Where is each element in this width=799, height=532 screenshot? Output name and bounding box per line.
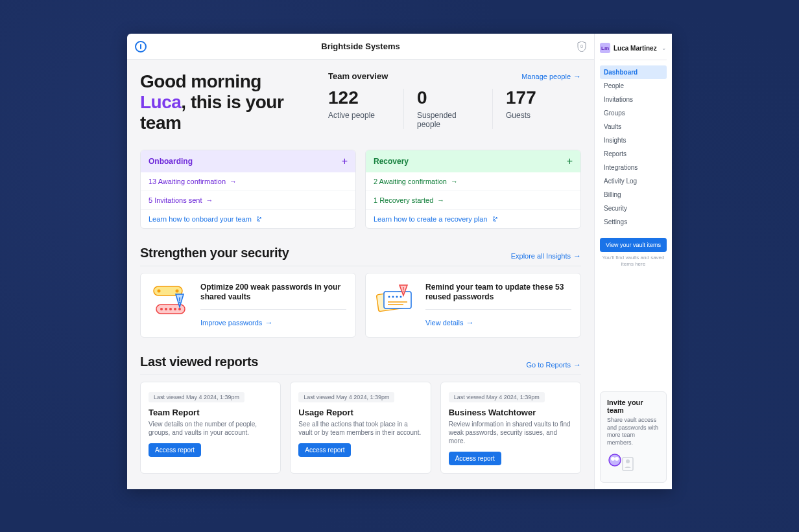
chevron-down-icon: ⌄ bbox=[662, 45, 667, 51]
invite-team-icon bbox=[607, 452, 636, 473]
greeting-line1: Good morning bbox=[140, 71, 261, 91]
report-card-watchtower: Last viewed May 4 2024, 1:39pm Business … bbox=[440, 382, 581, 474]
report-desc: View details on the number of people, gr… bbox=[149, 420, 272, 437]
arrow-right-icon: → bbox=[265, 318, 272, 327]
invite-desc: Share vault access and passwords with mo… bbox=[607, 417, 660, 447]
svg-text:!: ! bbox=[402, 286, 404, 294]
sidebar-item-people[interactable]: People bbox=[600, 79, 667, 93]
insight-card-reused-passwords: ! Remind your team to update these 53 re… bbox=[365, 273, 581, 338]
svg-point-5 bbox=[160, 308, 163, 310]
sidebar-item-vaults[interactable]: Vaults bbox=[600, 120, 667, 133]
svg-point-2 bbox=[158, 289, 161, 292]
page-greeting: Good morning Luca, this is your team bbox=[140, 71, 309, 134]
invite-team-card: Invite your team Share vault access and … bbox=[600, 391, 667, 483]
vault-hint: You'll find vaults and saved items here bbox=[600, 255, 667, 267]
reports-section-title: Last viewed reports bbox=[140, 354, 258, 369]
external-link-icon bbox=[256, 216, 262, 222]
onboarding-item-invitations[interactable]: 5 Invitations sent → bbox=[141, 191, 355, 210]
arrow-right-icon: → bbox=[573, 360, 581, 369]
view-details-link[interactable]: View details → bbox=[425, 318, 474, 327]
manage-people-link[interactable]: Manage people → bbox=[521, 72, 581, 81]
report-desc: See all the actions that took place in a… bbox=[298, 420, 422, 437]
sidebar-item-insights[interactable]: Insights bbox=[600, 133, 667, 147]
sidebar-item-activity-log[interactable]: Activity Log bbox=[600, 174, 667, 188]
svg-point-15 bbox=[396, 295, 398, 297]
arrow-right-icon: → bbox=[206, 196, 213, 204]
sidebar-item-invitations[interactable]: Invitations bbox=[600, 93, 667, 106]
svg-text:0: 0 bbox=[580, 44, 583, 49]
sidebar-item-reports[interactable]: Reports bbox=[600, 147, 667, 161]
svg-point-14 bbox=[392, 295, 394, 297]
view-vault-items-button[interactable]: View your vault items bbox=[600, 238, 667, 252]
sidebar-item-integrations[interactable]: Integrations bbox=[600, 161, 667, 174]
access-report-button[interactable]: Access report bbox=[298, 443, 351, 457]
onboarding-item-awaiting[interactable]: 13 Awaiting confirmation → bbox=[141, 172, 355, 191]
go-to-reports-link[interactable]: Go to Reports → bbox=[527, 360, 581, 369]
svg-point-13 bbox=[388, 295, 390, 297]
app-logo[interactable] bbox=[135, 41, 147, 52]
explore-insights-link[interactable]: Explore all Insights → bbox=[511, 251, 581, 260]
svg-point-16 bbox=[400, 295, 402, 297]
svg-point-3 bbox=[176, 289, 179, 292]
recovery-card: Recovery + 2 Awaiting confirmation → 1 R… bbox=[365, 150, 581, 229]
onboarding-learn-link[interactable]: Learn how to onboard your team bbox=[141, 210, 355, 228]
improve-passwords-link[interactable]: Improve passwords → bbox=[200, 318, 272, 327]
svg-point-8 bbox=[174, 308, 176, 310]
stat-guests-value: 177 bbox=[506, 89, 568, 107]
svg-point-7 bbox=[169, 308, 172, 310]
svg-point-6 bbox=[165, 308, 167, 310]
report-title: Team Report bbox=[149, 408, 272, 417]
arrow-right-icon: → bbox=[451, 178, 458, 185]
report-timestamp: Last viewed May 4 2024, 1:39pm bbox=[449, 392, 545, 402]
security-section-title: Strengthen your security bbox=[140, 246, 289, 260]
sidebar-item-security[interactable]: Security bbox=[600, 202, 667, 215]
stat-active-value: 122 bbox=[328, 89, 390, 107]
access-report-button[interactable]: Access report bbox=[149, 443, 201, 457]
sidebar-item-settings[interactable]: Settings bbox=[600, 215, 667, 229]
overview-title: Team overview bbox=[328, 71, 388, 81]
arrow-right-icon: → bbox=[573, 251, 581, 260]
greeting-name: Luca bbox=[140, 92, 181, 112]
stat-guests-label: Guests bbox=[506, 111, 568, 120]
arrow-right-icon: → bbox=[437, 196, 444, 204]
reused-passwords-icon: ! bbox=[375, 283, 416, 319]
report-card-team: Last viewed May 4 2024, 1:39pm Team Repo… bbox=[140, 382, 281, 474]
onboarding-card: Onboarding + 13 Awaiting confirmation → … bbox=[140, 150, 356, 229]
invite-title: Invite your team bbox=[607, 399, 660, 414]
svg-text:!: ! bbox=[178, 296, 181, 305]
insight-card-weak-passwords: ! Optimize 200 weak passwords in your sh… bbox=[140, 273, 356, 338]
svg-point-22 bbox=[615, 457, 619, 461]
recovery-item-started[interactable]: 1 Recovery started → bbox=[366, 191, 580, 210]
user-menu[interactable]: Lm Luca Martinez ⌄ bbox=[600, 40, 667, 60]
recovery-item-awaiting[interactable]: 2 Awaiting confirmation → bbox=[366, 172, 580, 191]
add-recovery-icon[interactable]: + bbox=[567, 156, 573, 167]
add-onboarding-icon[interactable]: + bbox=[342, 156, 348, 167]
svg-point-24 bbox=[626, 459, 630, 463]
sidebar-item-groups[interactable]: Groups bbox=[600, 106, 667, 120]
avatar: Lm bbox=[600, 43, 610, 53]
svg-point-21 bbox=[611, 457, 615, 461]
recovery-title: Recovery bbox=[374, 157, 409, 166]
recovery-learn-link[interactable]: Learn how to create a recovery plan bbox=[366, 210, 580, 228]
report-desc: Review information in shared vaults to f… bbox=[449, 420, 573, 445]
user-name: Luca Martinez bbox=[614, 45, 658, 52]
org-name: Brightside Systems bbox=[321, 41, 400, 51]
report-title: Usage Report bbox=[298, 408, 422, 417]
sidebar-item-billing[interactable]: Billing bbox=[600, 188, 667, 202]
onboarding-title: Onboarding bbox=[149, 157, 193, 166]
svg-point-20 bbox=[609, 454, 621, 466]
notifications-shield-icon[interactable]: 0 bbox=[577, 41, 586, 52]
stat-suspended-value: 0 bbox=[417, 89, 479, 107]
svg-rect-12 bbox=[384, 292, 411, 308]
report-title: Business Watchtower bbox=[449, 408, 573, 417]
report-timestamp: Last viewed May 4 2024, 1:39pm bbox=[298, 392, 394, 402]
external-link-icon bbox=[492, 216, 498, 222]
insight-title: Remind your team to update these 53 reus… bbox=[425, 283, 571, 310]
report-card-usage: Last viewed May 4 2024, 1:39pm Usage Rep… bbox=[290, 382, 431, 474]
stat-active-label: Active people bbox=[328, 111, 390, 120]
sidebar-item-dashboard[interactable]: Dashboard bbox=[600, 65, 667, 79]
arrow-right-icon: → bbox=[230, 178, 237, 185]
stat-suspended-label: Suspended people bbox=[417, 111, 479, 129]
access-report-button[interactable]: Access report bbox=[449, 452, 501, 465]
weak-passwords-icon: ! bbox=[150, 283, 191, 319]
